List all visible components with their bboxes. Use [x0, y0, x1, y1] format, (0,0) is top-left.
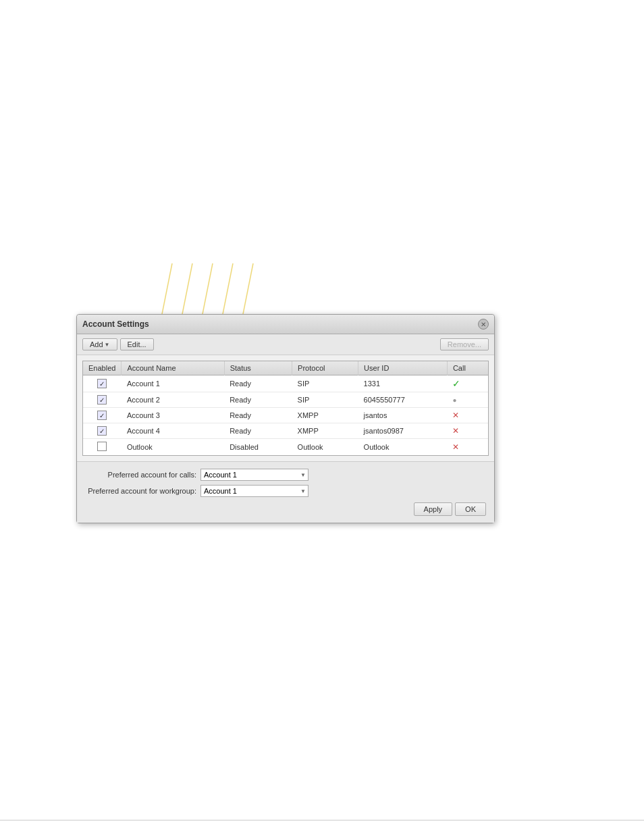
enabled-cell: ✓: [83, 375, 122, 392]
call-checkmark-icon: ✓: [452, 378, 460, 389]
table-row: ✓Account 1ReadySIP1331✓: [83, 375, 488, 392]
status-cell: Ready: [224, 423, 292, 439]
checkbox-checked[interactable]: ✓: [97, 379, 107, 388]
account-name-cell: Account 3: [122, 408, 224, 423]
dialog-toolbar: Add ▼ Edit... Remove...: [77, 334, 494, 355]
page-wrapper: Account Settings ✕ Add ▼ Edit... Remove.…: [0, 0, 644, 834]
table-row: OutlookDisabledOutlookOutlook✕: [83, 439, 488, 456]
status-cell: Ready: [224, 375, 292, 392]
preferred-workgroup-select-wrapper: Account 1 Account 2 Account 3 Account 4: [200, 485, 308, 497]
add-dropdown-arrow: ▼: [105, 342, 110, 348]
enabled-cell: ✓: [83, 423, 122, 439]
status-cell: Ready: [224, 408, 292, 423]
ok-button[interactable]: OK: [455, 502, 486, 516]
col-header-enabled: Enabled: [83, 361, 122, 375]
checkbox-unchecked[interactable]: [97, 442, 107, 451]
status-cell: Ready: [224, 392, 292, 408]
call-x-icon: ✕: [452, 411, 459, 420]
accounts-table-container: Enabled Account Name Status Protocol Use…: [82, 361, 489, 456]
call-x-icon: ✕: [452, 442, 459, 452]
account-name-cell: Account 1: [122, 375, 224, 392]
protocol-cell: SIP: [292, 392, 358, 408]
table-row: ✓Account 3ReadyXMPPjsantos✕: [83, 408, 488, 423]
dialog-bottom: Preferred account for calls: Account 1 A…: [77, 461, 494, 523]
table-row: ✓Account 4ReadyXMPPjsantos0987✕: [83, 423, 488, 439]
preferred-workgroup-label: Preferred account for workgroup:: [85, 487, 196, 495]
protocol-cell: XMPP: [292, 423, 358, 439]
account-name-cell: Outlook: [122, 439, 224, 456]
call-cell: ●: [447, 392, 488, 408]
call-x-icon: ✕: [452, 426, 459, 436]
add-button[interactable]: Add ▼: [82, 338, 117, 350]
checkbox-checked[interactable]: ✓: [97, 395, 107, 405]
call-cell: ✓: [447, 375, 488, 392]
preferred-calls-label: Preferred account for calls:: [85, 471, 196, 479]
call-cell: ✕: [447, 439, 488, 456]
call-cell: ✕: [447, 423, 488, 439]
table-header-row: Enabled Account Name Status Protocol Use…: [83, 361, 488, 375]
preferred-calls-select-wrapper: Account 1 Account 2 Account 3 Account 4: [200, 469, 308, 481]
col-header-account-name: Account Name: [122, 361, 224, 375]
remove-button[interactable]: Remove...: [440, 338, 489, 350]
accounts-table: Enabled Account Name Status Protocol Use…: [83, 361, 488, 455]
user-id-cell: 1331: [358, 375, 448, 392]
call-cell: ✕: [447, 408, 488, 423]
col-header-call: Call: [447, 361, 488, 375]
dialog-titlebar: Account Settings ✕: [77, 315, 494, 334]
protocol-cell: SIP: [292, 375, 358, 392]
col-header-status: Status: [224, 361, 292, 375]
close-button[interactable]: ✕: [478, 319, 489, 330]
col-header-protocol: Protocol: [292, 361, 358, 375]
user-id-cell: jsantos0987: [358, 423, 448, 439]
account-name-cell: Account 4: [122, 423, 224, 439]
protocol-cell: Outlook: [292, 439, 358, 456]
dialog-actions: Apply OK: [85, 502, 486, 516]
preferred-calls-row: Preferred account for calls: Account 1 A…: [85, 469, 486, 481]
user-id-cell: Outlook: [358, 439, 448, 456]
preferred-workgroup-row: Preferred account for workgroup: Account…: [85, 485, 486, 497]
dialog-title: Account Settings: [82, 319, 149, 329]
status-cell: Disabled: [224, 439, 292, 456]
checkbox-checked[interactable]: ✓: [97, 411, 107, 420]
enabled-cell: ✓: [83, 392, 122, 408]
preferred-workgroup-select[interactable]: Account 1 Account 2 Account 3 Account 4: [200, 485, 308, 497]
user-id-cell: jsantos: [358, 408, 448, 423]
apply-button[interactable]: Apply: [414, 502, 453, 516]
call-dot-icon: ●: [452, 396, 456, 404]
table-row: ✓Account 2ReadySIP6045550777●: [83, 392, 488, 408]
checkbox-checked[interactable]: ✓: [97, 426, 107, 436]
col-header-user-id: User ID: [358, 361, 448, 375]
enabled-cell: ✓: [83, 408, 122, 423]
edit-button[interactable]: Edit...: [120, 338, 154, 350]
account-name-cell: Account 2: [122, 392, 224, 408]
bottom-line: [0, 820, 644, 820]
enabled-cell: [83, 439, 122, 456]
account-settings-dialog: Account Settings ✕ Add ▼ Edit... Remove.…: [76, 314, 495, 523]
protocol-cell: XMPP: [292, 408, 358, 423]
preferred-calls-select[interactable]: Account 1 Account 2 Account 3 Account 4: [200, 469, 308, 481]
user-id-cell: 6045550777: [358, 392, 448, 408]
